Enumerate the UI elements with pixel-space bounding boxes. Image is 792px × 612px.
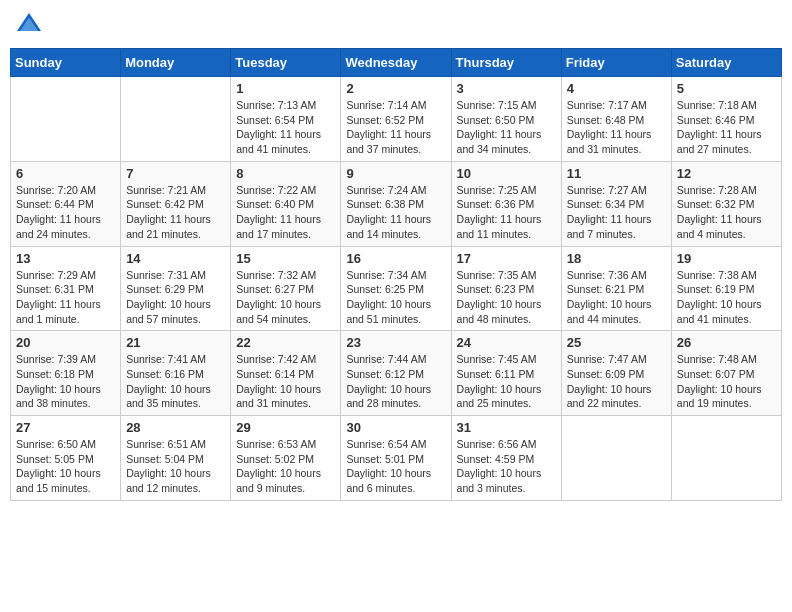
sunset-text: Sunset: 6:16 PM — [126, 368, 204, 380]
daylight-text: Daylight: 10 hours and 28 minutes. — [346, 383, 431, 410]
daylight-text: Daylight: 10 hours and 44 minutes. — [567, 298, 652, 325]
day-of-week-header: Tuesday — [231, 49, 341, 77]
daylight-text: Daylight: 11 hours and 4 minutes. — [677, 213, 762, 240]
sunset-text: Sunset: 6:36 PM — [457, 198, 535, 210]
daylight-text: Daylight: 11 hours and 11 minutes. — [457, 213, 542, 240]
sunrise-text: Sunrise: 7:35 AM — [457, 269, 537, 281]
sunset-text: Sunset: 6:38 PM — [346, 198, 424, 210]
daylight-text: Daylight: 11 hours and 24 minutes. — [16, 213, 101, 240]
sunrise-text: Sunrise: 6:56 AM — [457, 438, 537, 450]
day-of-week-header: Saturday — [671, 49, 781, 77]
sunrise-text: Sunrise: 7:28 AM — [677, 184, 757, 196]
calendar-week-row: 20 Sunrise: 7:39 AM Sunset: 6:18 PM Dayl… — [11, 331, 782, 416]
day-number: 7 — [126, 166, 225, 181]
calendar-header-row: SundayMondayTuesdayWednesdayThursdayFrid… — [11, 49, 782, 77]
sunrise-text: Sunrise: 7:25 AM — [457, 184, 537, 196]
sunset-text: Sunset: 5:02 PM — [236, 453, 314, 465]
sunrise-text: Sunrise: 6:54 AM — [346, 438, 426, 450]
daylight-text: Daylight: 11 hours and 7 minutes. — [567, 213, 652, 240]
calendar-cell: 10 Sunrise: 7:25 AM Sunset: 6:36 PM Dayl… — [451, 161, 561, 246]
day-number: 31 — [457, 420, 556, 435]
sunset-text: Sunset: 6:46 PM — [677, 114, 755, 126]
sunrise-text: Sunrise: 7:24 AM — [346, 184, 426, 196]
day-number: 2 — [346, 81, 445, 96]
sunset-text: Sunset: 6:21 PM — [567, 283, 645, 295]
daylight-text: Daylight: 11 hours and 31 minutes. — [567, 128, 652, 155]
daylight-text: Daylight: 10 hours and 54 minutes. — [236, 298, 321, 325]
calendar-week-row: 6 Sunrise: 7:20 AM Sunset: 6:44 PM Dayli… — [11, 161, 782, 246]
day-number: 13 — [16, 251, 115, 266]
daylight-text: Daylight: 10 hours and 51 minutes. — [346, 298, 431, 325]
cell-content: Sunrise: 7:34 AM Sunset: 6:25 PM Dayligh… — [346, 268, 445, 327]
day-number: 18 — [567, 251, 666, 266]
cell-content: Sunrise: 7:21 AM Sunset: 6:42 PM Dayligh… — [126, 183, 225, 242]
cell-content: Sunrise: 7:28 AM Sunset: 6:32 PM Dayligh… — [677, 183, 776, 242]
cell-content: Sunrise: 7:24 AM Sunset: 6:38 PM Dayligh… — [346, 183, 445, 242]
calendar-week-row: 27 Sunrise: 6:50 AM Sunset: 5:05 PM Dayl… — [11, 416, 782, 501]
calendar-cell: 21 Sunrise: 7:41 AM Sunset: 6:16 PM Dayl… — [121, 331, 231, 416]
day-number: 27 — [16, 420, 115, 435]
cell-content: Sunrise: 7:14 AM Sunset: 6:52 PM Dayligh… — [346, 98, 445, 157]
calendar-cell: 1 Sunrise: 7:13 AM Sunset: 6:54 PM Dayli… — [231, 77, 341, 162]
sunset-text: Sunset: 5:04 PM — [126, 453, 204, 465]
sunset-text: Sunset: 6:27 PM — [236, 283, 314, 295]
day-number: 9 — [346, 166, 445, 181]
day-number: 11 — [567, 166, 666, 181]
calendar-cell: 27 Sunrise: 6:50 AM Sunset: 5:05 PM Dayl… — [11, 416, 121, 501]
calendar-cell: 15 Sunrise: 7:32 AM Sunset: 6:27 PM Dayl… — [231, 246, 341, 331]
daylight-text: Daylight: 10 hours and 48 minutes. — [457, 298, 542, 325]
cell-content: Sunrise: 7:25 AM Sunset: 6:36 PM Dayligh… — [457, 183, 556, 242]
sunset-text: Sunset: 6:44 PM — [16, 198, 94, 210]
calendar-cell: 26 Sunrise: 7:48 AM Sunset: 6:07 PM Dayl… — [671, 331, 781, 416]
daylight-text: Daylight: 11 hours and 14 minutes. — [346, 213, 431, 240]
daylight-text: Daylight: 10 hours and 12 minutes. — [126, 467, 211, 494]
daylight-text: Daylight: 10 hours and 15 minutes. — [16, 467, 101, 494]
sunrise-text: Sunrise: 7:18 AM — [677, 99, 757, 111]
cell-content: Sunrise: 6:54 AM Sunset: 5:01 PM Dayligh… — [346, 437, 445, 496]
calendar-cell: 13 Sunrise: 7:29 AM Sunset: 6:31 PM Dayl… — [11, 246, 121, 331]
cell-content: Sunrise: 7:48 AM Sunset: 6:07 PM Dayligh… — [677, 352, 776, 411]
daylight-text: Daylight: 11 hours and 21 minutes. — [126, 213, 211, 240]
sunrise-text: Sunrise: 7:15 AM — [457, 99, 537, 111]
sunset-text: Sunset: 6:50 PM — [457, 114, 535, 126]
daylight-text: Daylight: 10 hours and 19 minutes. — [677, 383, 762, 410]
daylight-text: Daylight: 11 hours and 37 minutes. — [346, 128, 431, 155]
cell-content: Sunrise: 7:20 AM Sunset: 6:44 PM Dayligh… — [16, 183, 115, 242]
day-number: 29 — [236, 420, 335, 435]
calendar-cell: 18 Sunrise: 7:36 AM Sunset: 6:21 PM Dayl… — [561, 246, 671, 331]
cell-content: Sunrise: 7:39 AM Sunset: 6:18 PM Dayligh… — [16, 352, 115, 411]
day-number: 22 — [236, 335, 335, 350]
day-number: 14 — [126, 251, 225, 266]
day-number: 12 — [677, 166, 776, 181]
daylight-text: Daylight: 10 hours and 57 minutes. — [126, 298, 211, 325]
daylight-text: Daylight: 10 hours and 38 minutes. — [16, 383, 101, 410]
sunrise-text: Sunrise: 7:42 AM — [236, 353, 316, 365]
sunset-text: Sunset: 6:09 PM — [567, 368, 645, 380]
daylight-text: Daylight: 11 hours and 41 minutes. — [236, 128, 321, 155]
logo-icon — [14, 10, 44, 40]
daylight-text: Daylight: 10 hours and 31 minutes. — [236, 383, 321, 410]
sunrise-text: Sunrise: 6:51 AM — [126, 438, 206, 450]
calendar-cell: 11 Sunrise: 7:27 AM Sunset: 6:34 PM Dayl… — [561, 161, 671, 246]
page-header — [10, 10, 782, 40]
sunrise-text: Sunrise: 6:53 AM — [236, 438, 316, 450]
calendar-cell: 19 Sunrise: 7:38 AM Sunset: 6:19 PM Dayl… — [671, 246, 781, 331]
cell-content: Sunrise: 7:42 AM Sunset: 6:14 PM Dayligh… — [236, 352, 335, 411]
calendar-week-row: 1 Sunrise: 7:13 AM Sunset: 6:54 PM Dayli… — [11, 77, 782, 162]
cell-content: Sunrise: 7:44 AM Sunset: 6:12 PM Dayligh… — [346, 352, 445, 411]
cell-content: Sunrise: 7:45 AM Sunset: 6:11 PM Dayligh… — [457, 352, 556, 411]
day-number: 4 — [567, 81, 666, 96]
day-number: 1 — [236, 81, 335, 96]
day-number: 26 — [677, 335, 776, 350]
sunset-text: Sunset: 6:54 PM — [236, 114, 314, 126]
calendar-cell: 24 Sunrise: 7:45 AM Sunset: 6:11 PM Dayl… — [451, 331, 561, 416]
calendar-week-row: 13 Sunrise: 7:29 AM Sunset: 6:31 PM Dayl… — [11, 246, 782, 331]
sunset-text: Sunset: 6:12 PM — [346, 368, 424, 380]
sunset-text: Sunset: 6:29 PM — [126, 283, 204, 295]
daylight-text: Daylight: 10 hours and 41 minutes. — [677, 298, 762, 325]
sunrise-text: Sunrise: 7:44 AM — [346, 353, 426, 365]
day-number: 28 — [126, 420, 225, 435]
sunset-text: Sunset: 6:48 PM — [567, 114, 645, 126]
sunset-text: Sunset: 6:32 PM — [677, 198, 755, 210]
cell-content: Sunrise: 7:32 AM Sunset: 6:27 PM Dayligh… — [236, 268, 335, 327]
